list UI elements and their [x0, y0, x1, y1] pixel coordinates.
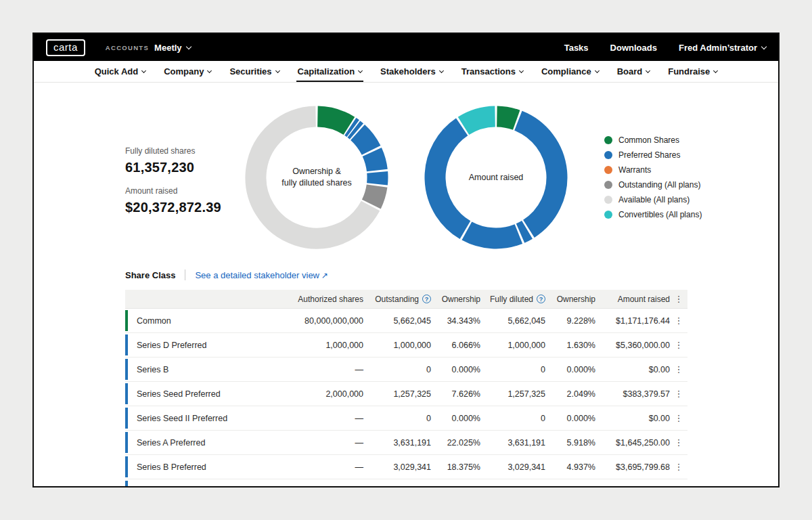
table-row-series-b-preferred[interactable]: Series B Preferred—3,029,34118.375%3,029…: [125, 455, 687, 479]
share-class-name: Series D Preferred: [137, 341, 207, 350]
row-menu-button[interactable]: ⋮: [670, 438, 687, 447]
nav-item-quick-add[interactable]: Quick Add: [95, 61, 146, 82]
column-header-label: Ownership: [557, 295, 595, 304]
user-menu[interactable]: Fred Admin’strator: [679, 43, 766, 53]
chevron-down-icon: [358, 68, 363, 72]
chevron-down-icon: [713, 68, 718, 72]
row-accent-bar: [125, 359, 128, 380]
row-value-cell: 1,000,000: [248, 341, 363, 350]
nav-item-fundraise[interactable]: Fundraise: [668, 61, 717, 82]
row-name-cell: Series B Preferred: [125, 462, 248, 472]
nav-item-label: Quick Add: [95, 66, 139, 77]
row-value-cell: —: [248, 414, 363, 423]
row-value-cell: 1,000,000: [363, 341, 431, 350]
nav-item-label: Stakeholders: [380, 66, 436, 77]
column-header-authorized-shares: Authorized shares: [248, 295, 363, 304]
donut-segment-preferred-shares: [354, 129, 357, 131]
nav-item-securities[interactable]: Securities: [229, 61, 279, 82]
table-row-series-seed-preferred[interactable]: Series Seed Preferred2,000,0001,257,3257…: [125, 382, 687, 406]
column-header-ownership: Ownership: [545, 295, 595, 304]
row-value-cell: 34.343%: [431, 316, 480, 326]
divider: [185, 269, 185, 280]
table-row-series-d-preferred[interactable]: Series D Preferred1,000,0001,000,0006.06…: [125, 333, 687, 358]
row-value-cell: 6.066%: [431, 341, 480, 350]
topbar-link-tasks[interactable]: Tasks: [564, 43, 589, 53]
nav-item-company[interactable]: Company: [164, 61, 211, 82]
row-value-cell: —: [248, 365, 363, 374]
nav-item-transactions[interactable]: Transactions: [461, 61, 523, 82]
nav-item-board[interactable]: Board: [617, 61, 650, 82]
row-menu-button[interactable]: ⋮: [670, 365, 687, 374]
nav-item-capitalization[interactable]: Capitalization: [298, 61, 363, 82]
row-accent-bar: [125, 334, 128, 355]
row-value-cell: $5,360,000.00: [595, 341, 670, 350]
donut-segment-preferred-shares: [351, 127, 353, 129]
row-name-cell: Series A Preferred: [125, 438, 248, 448]
column-header-label: Amount raised: [618, 295, 670, 304]
row-menu-button[interactable]: ⋮: [670, 414, 687, 422]
row-accent-bar: [125, 408, 128, 429]
company-name: Meetly: [154, 43, 181, 53]
row-value-cell: 0.000%: [431, 414, 480, 423]
chevron-down-icon: [646, 68, 650, 72]
row-value-cell: 9.228%: [545, 316, 595, 326]
topbar-links: TasksDownloads: [564, 43, 657, 53]
row-name-cell: Series B: [125, 365, 248, 374]
row-menu-button[interactable]: ⋮: [670, 462, 687, 471]
row-accent-bar: [125, 383, 128, 404]
nav-item-compliance[interactable]: Compliance: [541, 61, 599, 82]
donut-segment-common-shares: [497, 116, 516, 120]
table-header-row: Authorized sharesOutstanding?OwnershipFu…: [125, 290, 687, 309]
row-value-cell: 2,000,000: [248, 389, 363, 399]
row-value-cell: 5,662,045: [480, 316, 545, 326]
row-accent-bar: [125, 432, 128, 453]
row-value-cell: 0: [480, 414, 545, 423]
row-menu-button[interactable]: ⋮: [670, 389, 687, 398]
row-value-cell: —: [248, 438, 363, 448]
share-class-table: Authorized sharesOutstanding?OwnershipFu…: [125, 290, 687, 488]
row-value-cell: 80,000,000,000: [248, 316, 363, 326]
row-menu-button[interactable]: ⋮: [670, 316, 687, 325]
row-value-cell: 4.937%: [545, 462, 595, 472]
column-header-label: Fully diluted: [490, 295, 533, 304]
fully-diluted-value: 61,357,230: [125, 160, 221, 175]
legend-dot: [604, 166, 612, 174]
table-row-series-b[interactable]: Series B—00.000%00.000%$0.00⋮: [125, 358, 687, 382]
donut-segment-common-shares: [317, 116, 349, 126]
legend-label: Outstanding (All plans): [618, 180, 700, 190]
column-header-label: Ownership: [442, 295, 480, 304]
carta-logo[interactable]: carta: [46, 39, 85, 56]
chevron-down-icon: [439, 68, 444, 72]
share-class-name: Common: [137, 316, 171, 326]
table-row-series-a-preferred[interactable]: Series A Preferred—3,631,19122.025%3,631…: [125, 431, 687, 455]
help-icon[interactable]: ?: [422, 295, 431, 303]
row-value-cell: 1.630%: [545, 341, 595, 350]
row-value-cell: 5,662,045: [363, 316, 431, 326]
row-value-cell: 0: [363, 414, 431, 423]
row-name-cell: Common: [125, 316, 248, 326]
chevron-down-icon: [207, 68, 212, 72]
row-value-cell: 3,631,191: [363, 438, 431, 448]
table-row-common[interactable]: Common80,000,000,0005,662,04534.343%5,66…: [125, 309, 687, 333]
donut-chart-ownership: Ownership &fully diluted shares: [245, 106, 388, 249]
amount-raised-label: Amount raised: [125, 186, 221, 196]
table-row-series-seed-ii-preferred[interactable]: Series Seed II Preferred—00.000%00.000%$…: [125, 406, 687, 431]
chevron-down-icon: [761, 44, 767, 49]
topbar-link-downloads[interactable]: Downloads: [610, 43, 657, 53]
donut-segment-convertibles-all-plans: [464, 116, 495, 126]
table-menu-button[interactable]: ⋮: [670, 295, 687, 303]
capitalization-page: Fully diluted shares 61,357,230 Amount r…: [34, 83, 778, 486]
share-class-name: Series A Preferred: [137, 438, 205, 448]
row-value-cell: $383,379.57: [595, 389, 670, 399]
donut-center-label: Amount raised: [424, 172, 568, 183]
nav-item-stakeholders[interactable]: Stakeholders: [380, 61, 443, 82]
stakeholder-view-link[interactable]: See a detailed stakeholder view↗: [195, 270, 328, 280]
company-switcher[interactable]: Meetly: [154, 43, 190, 53]
table-row-partial[interactable]: [125, 479, 687, 488]
chevron-down-icon: [275, 68, 280, 72]
row-menu-button[interactable]: ⋮: [670, 341, 687, 349]
help-icon[interactable]: ?: [537, 295, 545, 303]
legend-dot: [604, 196, 612, 204]
donut-segment-preferred-shares: [358, 132, 371, 150]
row-value-cell: —: [248, 462, 363, 472]
